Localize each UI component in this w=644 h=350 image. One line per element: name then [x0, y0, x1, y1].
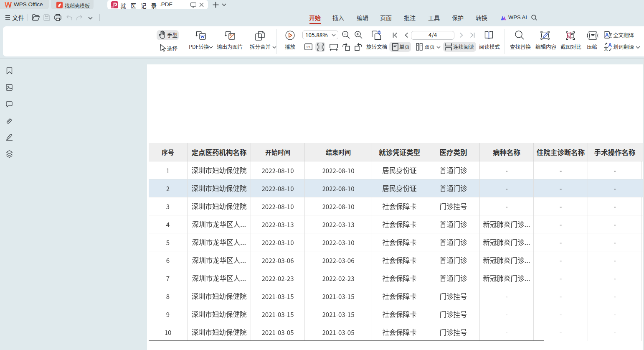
- svg-text:A: A: [608, 43, 612, 48]
- svg-text:1:1: 1:1: [306, 45, 311, 49]
- svg-text:A: A: [605, 32, 609, 38]
- svg-text:文: 文: [604, 45, 609, 51]
